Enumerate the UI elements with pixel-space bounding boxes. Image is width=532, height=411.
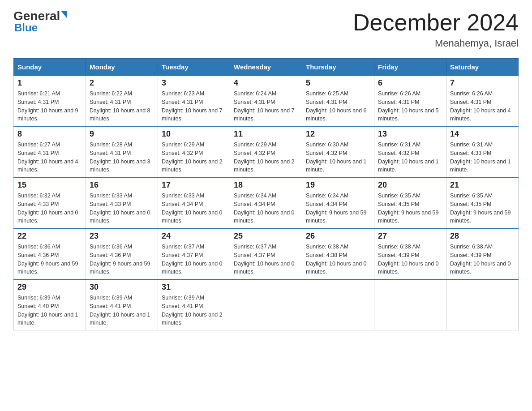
day-info: Sunrise: 6:38 AMSunset: 4:39 PMDaylight:… — [378, 243, 442, 276]
day-number: 4 — [234, 78, 298, 88]
day-info: Sunrise: 6:30 AMSunset: 4:32 PMDaylight:… — [306, 141, 370, 174]
day-number: 12 — [306, 129, 370, 139]
calendar-cell-w5-d5 — [302, 279, 374, 330]
calendar-cell-w4-d7: 28Sunrise: 6:38 AMSunset: 4:39 PMDayligh… — [446, 228, 519, 279]
day-number: 8 — [17, 129, 82, 139]
calendar-cell-w4-d4: 25Sunrise: 6:37 AMSunset: 4:37 PMDayligh… — [230, 228, 302, 279]
calendar-cell-w4-d5: 26Sunrise: 6:38 AMSunset: 4:38 PMDayligh… — [302, 228, 374, 279]
logo-triangle-icon — [61, 11, 67, 18]
logo: General Blue — [13, 9, 67, 34]
calendar-cell-w1-d1: 1Sunrise: 6:21 AMSunset: 4:31 PMDaylight… — [14, 76, 86, 127]
calendar-cell-w1-d5: 5Sunrise: 6:25 AMSunset: 4:31 PMDaylight… — [302, 76, 374, 127]
day-info: Sunrise: 6:28 AMSunset: 4:31 PMDaylight:… — [90, 141, 154, 174]
day-info: Sunrise: 6:23 AMSunset: 4:31 PMDaylight:… — [162, 90, 226, 123]
day-info: Sunrise: 6:24 AMSunset: 4:31 PMDaylight:… — [234, 90, 298, 123]
day-info: Sunrise: 6:29 AMSunset: 4:32 PMDaylight:… — [234, 141, 298, 174]
day-number: 19 — [306, 180, 370, 190]
day-info: Sunrise: 6:37 AMSunset: 4:37 PMDaylight:… — [234, 243, 298, 276]
day-number: 2 — [90, 78, 154, 88]
day-number: 14 — [450, 129, 515, 139]
day-info: Sunrise: 6:36 AMSunset: 4:36 PMDaylight:… — [17, 243, 82, 276]
day-info: Sunrise: 6:31 AMSunset: 4:33 PMDaylight:… — [450, 141, 515, 174]
col-thursday: Thursday — [302, 59, 374, 76]
day-number: 25 — [234, 231, 298, 241]
calendar-cell-w2-d7: 14Sunrise: 6:31 AMSunset: 4:33 PMDayligh… — [446, 126, 519, 177]
calendar-cell-w2-d4: 11Sunrise: 6:29 AMSunset: 4:32 PMDayligh… — [230, 126, 302, 177]
day-number: 18 — [234, 180, 298, 190]
calendar-cell-w3-d1: 15Sunrise: 6:32 AMSunset: 4:33 PMDayligh… — [14, 177, 86, 228]
day-number: 5 — [306, 78, 370, 88]
page-header: General Blue December 2024 Menahemya, Is… — [13, 9, 519, 49]
day-info: Sunrise: 6:38 AMSunset: 4:39 PMDaylight:… — [450, 243, 515, 276]
col-sunday: Sunday — [14, 59, 86, 76]
day-number: 26 — [306, 231, 370, 241]
calendar-week-2: 8Sunrise: 6:27 AMSunset: 4:31 PMDaylight… — [14, 126, 519, 177]
day-info: Sunrise: 6:22 AMSunset: 4:31 PMDaylight:… — [90, 90, 154, 123]
col-wednesday: Wednesday — [230, 59, 302, 76]
day-number: 6 — [378, 78, 442, 88]
calendar-cell-w3-d4: 18Sunrise: 6:34 AMSunset: 4:34 PMDayligh… — [230, 177, 302, 228]
calendar-cell-w3-d2: 16Sunrise: 6:33 AMSunset: 4:33 PMDayligh… — [86, 177, 158, 228]
calendar-cell-w3-d5: 19Sunrise: 6:34 AMSunset: 4:34 PMDayligh… — [302, 177, 374, 228]
calendar-cell-w2-d2: 9Sunrise: 6:28 AMSunset: 4:31 PMDaylight… — [86, 126, 158, 177]
calendar-week-5: 29Sunrise: 6:39 AMSunset: 4:40 PMDayligh… — [14, 279, 519, 330]
calendar-cell-w1-d2: 2Sunrise: 6:22 AMSunset: 4:31 PMDaylight… — [86, 76, 158, 127]
calendar-cell-w5-d1: 29Sunrise: 6:39 AMSunset: 4:40 PMDayligh… — [14, 279, 86, 330]
day-number: 16 — [90, 180, 154, 190]
calendar-cell-w1-d3: 3Sunrise: 6:23 AMSunset: 4:31 PMDaylight… — [158, 76, 230, 127]
col-friday: Friday — [374, 59, 446, 76]
calendar-cell-w2-d3: 10Sunrise: 6:29 AMSunset: 4:32 PMDayligh… — [158, 126, 230, 177]
day-info: Sunrise: 6:39 AMSunset: 4:41 PMDaylight:… — [90, 294, 154, 327]
day-info: Sunrise: 6:35 AMSunset: 4:35 PMDaylight:… — [450, 192, 515, 225]
calendar-cell-w5-d7 — [446, 279, 519, 330]
col-tuesday: Tuesday — [158, 59, 230, 76]
day-info: Sunrise: 6:35 AMSunset: 4:35 PMDaylight:… — [378, 192, 442, 225]
day-number: 17 — [162, 180, 226, 190]
calendar-cell-w1-d7: 7Sunrise: 6:26 AMSunset: 4:31 PMDaylight… — [446, 76, 519, 127]
calendar-cell-w3-d3: 17Sunrise: 6:33 AMSunset: 4:34 PMDayligh… — [158, 177, 230, 228]
col-saturday: Saturday — [446, 59, 519, 76]
day-number: 20 — [378, 180, 442, 190]
day-number: 30 — [90, 283, 154, 292]
day-number: 21 — [450, 180, 515, 190]
day-info: Sunrise: 6:29 AMSunset: 4:32 PMDaylight:… — [162, 141, 226, 174]
calendar-cell-w2-d5: 12Sunrise: 6:30 AMSunset: 4:32 PMDayligh… — [302, 126, 374, 177]
calendar-cell-w2-d6: 13Sunrise: 6:31 AMSunset: 4:32 PMDayligh… — [374, 126, 446, 177]
col-monday: Monday — [86, 59, 158, 76]
calendar-week-4: 22Sunrise: 6:36 AMSunset: 4:36 PMDayligh… — [14, 228, 519, 279]
calendar-cell-w2-d1: 8Sunrise: 6:27 AMSunset: 4:31 PMDaylight… — [14, 126, 86, 177]
day-info: Sunrise: 6:34 AMSunset: 4:34 PMDaylight:… — [306, 192, 370, 225]
day-number: 11 — [234, 129, 298, 139]
calendar-header-row: Sunday Monday Tuesday Wednesday Thursday… — [14, 59, 519, 76]
day-info: Sunrise: 6:34 AMSunset: 4:34 PMDaylight:… — [234, 192, 298, 225]
calendar-cell-w1-d6: 6Sunrise: 6:26 AMSunset: 4:31 PMDaylight… — [374, 76, 446, 127]
day-number: 24 — [162, 231, 226, 241]
calendar-cell-w4-d2: 23Sunrise: 6:36 AMSunset: 4:36 PMDayligh… — [86, 228, 158, 279]
day-info: Sunrise: 6:39 AMSunset: 4:40 PMDaylight:… — [17, 294, 82, 327]
day-info: Sunrise: 6:25 AMSunset: 4:31 PMDaylight:… — [306, 90, 370, 123]
day-info: Sunrise: 6:26 AMSunset: 4:31 PMDaylight:… — [378, 90, 442, 123]
day-number: 3 — [162, 78, 226, 88]
calendar-cell-w5-d3: 31Sunrise: 6:39 AMSunset: 4:41 PMDayligh… — [158, 279, 230, 330]
calendar-week-3: 15Sunrise: 6:32 AMSunset: 4:33 PMDayligh… — [14, 177, 519, 228]
day-info: Sunrise: 6:31 AMSunset: 4:32 PMDaylight:… — [378, 141, 442, 174]
day-number: 29 — [17, 283, 82, 292]
day-number: 15 — [17, 180, 82, 190]
calendar-table: Sunday Monday Tuesday Wednesday Thursday… — [13, 58, 519, 330]
day-info: Sunrise: 6:39 AMSunset: 4:41 PMDaylight:… — [162, 294, 226, 327]
day-info: Sunrise: 6:37 AMSunset: 4:37 PMDaylight:… — [162, 243, 226, 276]
calendar-cell-w4-d6: 27Sunrise: 6:38 AMSunset: 4:39 PMDayligh… — [374, 228, 446, 279]
calendar-cell-w5-d4 — [230, 279, 302, 330]
calendar-cell-w1-d4: 4Sunrise: 6:24 AMSunset: 4:31 PMDaylight… — [230, 76, 302, 127]
day-info: Sunrise: 6:36 AMSunset: 4:36 PMDaylight:… — [90, 243, 154, 276]
location-title: Menahemya, Israel — [353, 38, 519, 49]
day-number: 28 — [450, 231, 515, 241]
day-number: 1 — [17, 78, 82, 88]
day-info: Sunrise: 6:33 AMSunset: 4:33 PMDaylight:… — [90, 192, 154, 225]
calendar-cell-w4-d1: 22Sunrise: 6:36 AMSunset: 4:36 PMDayligh… — [14, 228, 86, 279]
calendar-cell-w3-d6: 20Sunrise: 6:35 AMSunset: 4:35 PMDayligh… — [374, 177, 446, 228]
calendar-week-1: 1Sunrise: 6:21 AMSunset: 4:31 PMDaylight… — [14, 76, 519, 127]
day-number: 7 — [450, 78, 515, 88]
day-number: 13 — [378, 129, 442, 139]
day-info: Sunrise: 6:33 AMSunset: 4:34 PMDaylight:… — [162, 192, 226, 225]
